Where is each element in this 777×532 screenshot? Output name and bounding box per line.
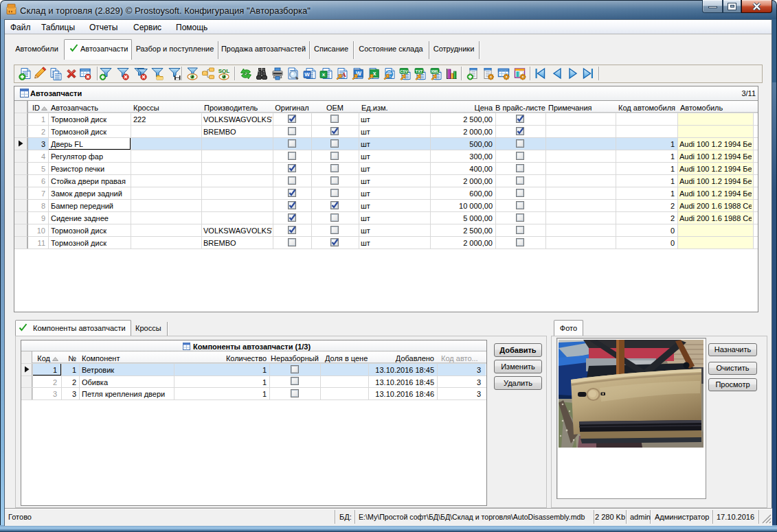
svg-text:SQL: SQL bbox=[218, 68, 230, 74]
svg-text:x: x bbox=[373, 70, 376, 77]
svg-text:TXT: TXT bbox=[416, 69, 423, 73]
svg-text:A: A bbox=[341, 71, 346, 78]
svg-text:x: x bbox=[322, 71, 326, 78]
svg-text:CSV: CSV bbox=[400, 69, 408, 73]
svg-text:XML: XML bbox=[431, 69, 439, 73]
svg-text:W: W bbox=[304, 71, 310, 78]
